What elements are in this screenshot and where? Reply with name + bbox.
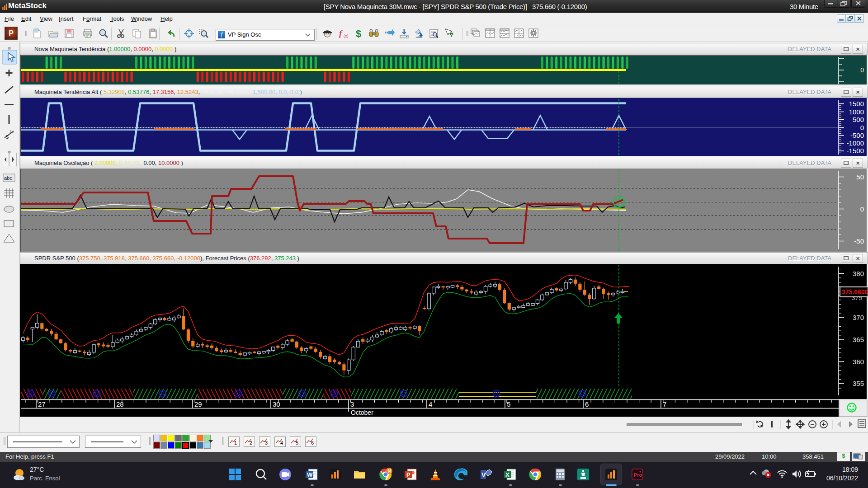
svg-text:1000: 1000 xyxy=(849,108,864,116)
svg-text:355: 355 xyxy=(853,380,864,387)
svg-text:f: f xyxy=(339,28,343,38)
svg-text:3: 3 xyxy=(350,400,354,408)
svg-text:380: 380 xyxy=(853,270,864,277)
svg-text:X: X xyxy=(505,471,509,478)
svg-text:6: 6 xyxy=(311,440,314,446)
svg-text:28: 28 xyxy=(116,400,124,408)
svg-text:Pro: Pro xyxy=(634,472,642,478)
svg-text:5: 5 xyxy=(507,400,510,408)
svg-text:1: 1 xyxy=(234,440,237,446)
svg-text:370: 370 xyxy=(853,314,864,321)
svg-text:V: V xyxy=(481,471,486,479)
svg-text:-50: -50 xyxy=(854,237,864,245)
svg-text:N: N xyxy=(388,469,391,474)
svg-text:0: 0 xyxy=(860,124,864,131)
svg-text:30: 30 xyxy=(273,400,280,408)
svg-text:360: 360 xyxy=(853,358,864,366)
svg-text:-1500: -1500 xyxy=(847,147,864,155)
svg-text:(x): (x) xyxy=(344,34,349,38)
svg-text:October: October xyxy=(351,409,373,416)
svg-text:0: 0 xyxy=(860,205,864,213)
svg-text:4: 4 xyxy=(429,400,432,408)
svg-text:P: P xyxy=(406,471,410,478)
svg-text:W: W xyxy=(307,471,313,478)
svg-text:?: ? xyxy=(449,31,453,38)
svg-text:500: 500 xyxy=(853,116,864,123)
svg-text:2: 2 xyxy=(250,440,252,446)
svg-text:3: 3 xyxy=(265,440,268,446)
svg-text:-1000: -1000 xyxy=(847,139,864,147)
svg-text:6: 6 xyxy=(585,400,589,408)
svg-text:50: 50 xyxy=(856,173,864,181)
svg-text:365: 365 xyxy=(853,336,864,343)
svg-text:0: 0 xyxy=(860,66,864,74)
svg-text:29: 29 xyxy=(194,400,202,408)
svg-text:S: S xyxy=(5,134,9,140)
svg-text:$: $ xyxy=(356,28,361,39)
svg-text:abc: abc xyxy=(4,175,12,181)
svg-text:1500: 1500 xyxy=(849,100,864,108)
svg-text:27: 27 xyxy=(38,400,46,408)
svg-text:5: 5 xyxy=(296,440,298,446)
svg-text:7: 7 xyxy=(663,400,666,408)
svg-text:375.6600: 375.6600 xyxy=(842,288,868,296)
svg-text:4: 4 xyxy=(280,440,283,446)
svg-text:-500: -500 xyxy=(850,131,864,139)
